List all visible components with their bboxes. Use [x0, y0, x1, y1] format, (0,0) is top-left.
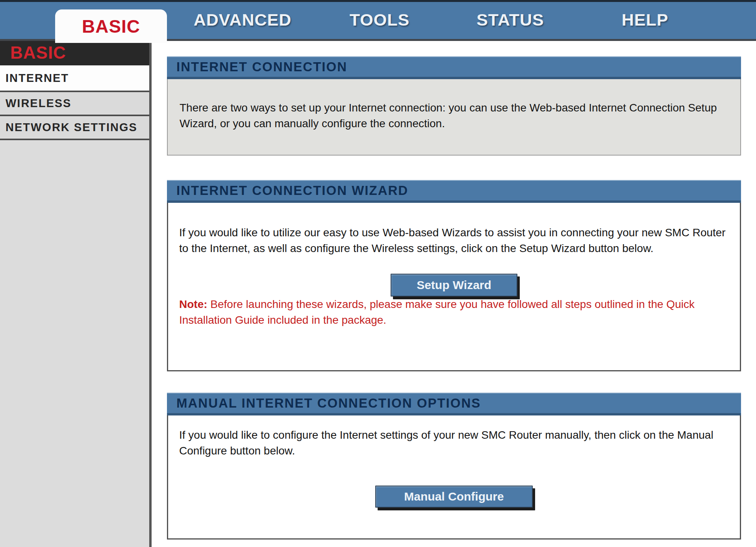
router-admin-page: BASIC ADVANCED TOOLS STATUS HELP BASIC I… [0, 0, 756, 547]
wizard-note-text: Before launching these wizards, please m… [179, 298, 695, 326]
manual-options-header: MANUAL INTERNET CONNECTION OPTIONS [167, 393, 741, 415]
nav-tab-basic-label: BASIC [82, 16, 140, 37]
sidebar-item-network-settings[interactable]: NETWORK SETTINGS [0, 116, 149, 140]
top-navigation-bar: BASIC ADVANCED TOOLS STATUS HELP [0, 0, 756, 41]
sidebar-item-wireless[interactable]: WIRELESS [0, 92, 149, 116]
wizard-description-text: If you would like to utilize our easy to… [179, 225, 729, 256]
internet-connection-wizard-body: If you would like to utilize our easy to… [167, 203, 741, 371]
internet-connection-header: INTERNET CONNECTION [167, 56, 741, 79]
internet-connection-section: INTERNET CONNECTION There are two ways t… [167, 56, 741, 156]
nav-tab-status[interactable]: STATUS [476, 10, 544, 30]
internet-connection-body: There are two ways to set up your Intern… [167, 79, 741, 156]
nav-tab-help[interactable]: HELP [622, 10, 669, 30]
sidebar-item-internet[interactable]: INTERNET [0, 65, 149, 92]
nav-tab-tools[interactable]: TOOLS [350, 10, 410, 30]
nav-tab-advanced[interactable]: ADVANCED [194, 10, 292, 30]
internet-connection-wizard-section: INTERNET CONNECTION WIZARD If you would … [167, 180, 741, 371]
manual-configure-button[interactable]: Manual Configure [375, 486, 533, 508]
internet-connection-text: There are two ways to set up your Intern… [180, 100, 728, 132]
sidebar-section-title: BASIC [0, 41, 149, 65]
nav-tab-basic[interactable]: BASIC [55, 9, 167, 43]
manual-options-section: MANUAL INTERNET CONNECTION OPTIONS If yo… [167, 393, 741, 540]
wizard-note: Note: Before launching these wizards, pl… [179, 297, 729, 328]
manual-description-text: If you would like to configure the Inter… [179, 427, 729, 459]
sidebar: BASIC INTERNET WIRELESS NETWORK SETTINGS [0, 41, 152, 547]
manual-options-body: If you would like to configure the Inter… [167, 415, 741, 540]
wizard-note-label: Note: [179, 298, 208, 310]
internet-connection-wizard-header: INTERNET CONNECTION WIZARD [167, 180, 741, 203]
setup-wizard-button[interactable]: Setup Wizard [391, 274, 517, 297]
